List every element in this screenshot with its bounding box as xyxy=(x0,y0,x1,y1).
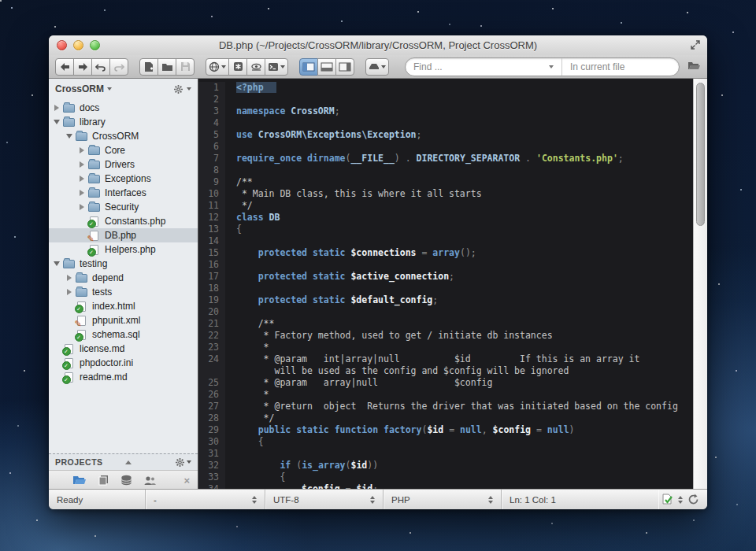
sidebar-header[interactable]: CrossORM xyxy=(49,79,198,99)
redo-button[interactable] xyxy=(109,58,128,76)
tree-item-testing[interactable]: testing xyxy=(49,257,198,271)
disclosure-expanded-icon[interactable] xyxy=(52,261,61,266)
tree-item-phpunit-xml[interactable]: ✎phpunit.xml xyxy=(49,313,198,327)
code-line[interactable]: 13{ xyxy=(198,224,693,235)
code-line[interactable]: 2 xyxy=(198,94,693,105)
code-line[interactable]: 6 xyxy=(198,141,693,153)
tree-item-license-md[interactable]: ✓license.md xyxy=(49,342,198,356)
code-line[interactable]: 17 protected static $active_connection; xyxy=(198,271,693,283)
tree-item-schema-sql[interactable]: ✓schema.sql xyxy=(49,327,198,342)
code-line[interactable]: 21 /** xyxy=(198,318,693,330)
tree-item-readme-md[interactable]: ✓readme.md xyxy=(49,370,198,384)
tree-item-docs[interactable]: docs xyxy=(49,101,198,115)
toggle-left-pane-button[interactable] xyxy=(299,58,318,76)
back-button[interactable] xyxy=(55,58,74,76)
code-line[interactable]: 11 */ xyxy=(198,200,693,212)
code-line[interactable]: 23 * xyxy=(198,342,693,353)
scrollbar-thumb[interactable] xyxy=(696,83,705,226)
code-line[interactable]: 26 * xyxy=(198,389,693,401)
code-line[interactable]: 10 * Main DB class, this is where it all… xyxy=(198,188,693,200)
code-line[interactable]: 7require_once dirname(__FILE__) . DIRECT… xyxy=(198,153,693,165)
code-line[interactable]: 8 xyxy=(198,165,693,176)
fullscreen-icon[interactable] xyxy=(690,39,701,50)
sync-icon[interactable] xyxy=(687,494,699,505)
save-button[interactable] xyxy=(176,58,195,76)
code-line[interactable]: 33 { xyxy=(198,471,693,483)
terminal-button[interactable] xyxy=(265,58,288,76)
stepper-icon[interactable] xyxy=(370,496,375,504)
syntax-check-icon[interactable] xyxy=(662,494,673,505)
code-line[interactable]: 12class DB xyxy=(198,212,693,224)
tree-item-helpers-php[interactable]: ✓Helpers.php xyxy=(49,242,198,257)
forward-button[interactable] xyxy=(73,58,92,76)
code-line[interactable]: 16 xyxy=(198,259,693,271)
code-line[interactable]: 3namespace CrossORM; xyxy=(198,105,693,117)
code-line[interactable]: 20 xyxy=(198,306,693,318)
tree-item-drivers[interactable]: Drivers xyxy=(49,157,198,172)
open-file-button[interactable] xyxy=(158,58,176,76)
copy-files-icon[interactable] xyxy=(98,475,109,486)
tree-item-crossorm[interactable]: CrossORM xyxy=(49,129,198,143)
new-file-button[interactable] xyxy=(139,58,158,76)
quick-open-button[interactable] xyxy=(687,60,701,74)
tree-item-interfaces[interactable]: Interfaces xyxy=(49,186,198,200)
editor-scrollbar[interactable] xyxy=(693,79,707,490)
stepper-icon[interactable] xyxy=(488,496,493,504)
code-line[interactable]: 18 xyxy=(198,283,693,294)
toggle-right-pane-button[interactable] xyxy=(335,58,354,76)
find-input[interactable]: Find ... xyxy=(406,58,561,76)
code-line[interactable]: 1<?php xyxy=(198,82,693,94)
code-line[interactable]: 4 xyxy=(198,117,693,129)
stepper-icon[interactable] xyxy=(252,496,257,504)
tree-item-tests[interactable]: tests xyxy=(49,285,198,299)
language-selector[interactable]: PHP xyxy=(384,490,502,509)
code-line[interactable]: 30 { xyxy=(198,436,693,448)
tree-item-exceptions[interactable]: Exceptions xyxy=(49,172,198,186)
code-line[interactable]: 14 xyxy=(198,235,693,247)
code-line[interactable]: 31 xyxy=(198,448,693,460)
collapse-panel-icon[interactable] xyxy=(125,460,132,464)
undo-button[interactable] xyxy=(91,58,110,76)
code-line[interactable]: 24 * @param int|array|null $id If this i… xyxy=(198,353,693,365)
selection-selector[interactable]: - xyxy=(146,490,265,509)
disclosure-collapsed-icon[interactable] xyxy=(77,161,87,168)
code-line[interactable]: 28 */ xyxy=(198,412,693,424)
preview-browser-button[interactable] xyxy=(206,58,229,76)
code-line[interactable]: 19 protected static $default_config; xyxy=(198,294,693,306)
disclosure-collapsed-icon[interactable] xyxy=(77,190,87,196)
tree-item-index-html[interactable]: ✓index.html xyxy=(49,299,198,313)
tree-item-phpdoctor-ini[interactable]: ✓phpdoctor.ini xyxy=(49,356,198,370)
tree-item-db-php[interactable]: ✎DB.php xyxy=(49,228,198,242)
disclosure-collapsed-icon[interactable] xyxy=(65,289,74,295)
tree-item-core[interactable]: Core xyxy=(49,143,198,157)
disclosure-collapsed-icon[interactable] xyxy=(77,204,87,210)
open-project-icon[interactable] xyxy=(72,475,87,486)
find-scope-select[interactable]: In current file xyxy=(561,58,679,76)
title-bar[interactable]: DB.php (~/Projects/CrossORM/library/Cros… xyxy=(49,35,707,56)
code-line[interactable]: 29 public static function factory($id = … xyxy=(198,424,693,436)
tree-item-library[interactable]: library xyxy=(49,115,198,129)
code-line[interactable]: 27 * @return object Returns the driver t… xyxy=(198,401,693,412)
tree-item-security[interactable]: Security xyxy=(49,200,198,214)
stepper-icon[interactable] xyxy=(678,496,683,504)
code-editor[interactable]: 1<?php23namespace CrossORM;45use CrossOR… xyxy=(198,79,693,490)
sidebar-settings-button[interactable] xyxy=(173,84,191,94)
encoding-selector[interactable]: UTF-8 xyxy=(265,490,384,509)
disclosure-expanded-icon[interactable] xyxy=(52,120,61,124)
macro-button[interactable] xyxy=(228,58,247,76)
close-panel-button[interactable]: × xyxy=(183,475,190,486)
disclosure-collapsed-icon[interactable] xyxy=(65,275,74,281)
code-line[interactable]: 5use CrossORM\Exceptions\Exception; xyxy=(198,129,693,141)
code-line[interactable]: 22 * Factory method, used to get / initi… xyxy=(198,330,693,342)
code-line[interactable]: 25 * @param array|null $config xyxy=(198,377,693,389)
find-options-caret-icon[interactable] xyxy=(549,65,554,68)
projects-panel-header[interactable]: PROJECTS xyxy=(49,453,198,470)
disclosure-collapsed-icon[interactable] xyxy=(77,176,87,182)
disclosure-expanded-icon[interactable] xyxy=(65,134,74,139)
disclosure-collapsed-icon[interactable] xyxy=(52,105,61,111)
code-line[interactable]: will be used as the config and $config w… xyxy=(198,365,693,377)
toggle-bottom-pane-button[interactable] xyxy=(317,58,336,76)
tree-item-constants-php[interactable]: ✓Constants.php xyxy=(49,214,198,228)
people-icon[interactable] xyxy=(143,475,157,486)
watch-file-button[interactable] xyxy=(246,58,265,76)
